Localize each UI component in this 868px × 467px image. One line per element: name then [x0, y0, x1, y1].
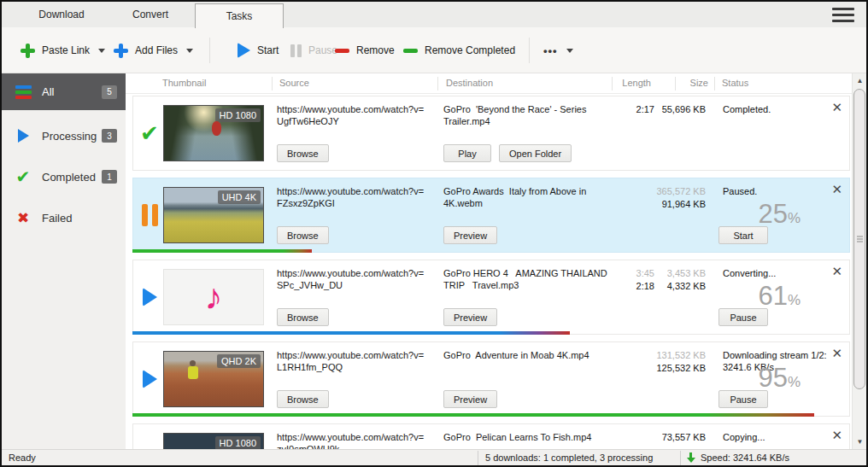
sidebar-item-all[interactable]: All 5	[2, 73, 126, 110]
pause-button[interactable]: Pause	[290, 27, 337, 73]
destination-file: GoPro Awards Italy from Above in 4K.webm	[443, 185, 621, 209]
more-options-button[interactable]: •••	[543, 27, 573, 73]
video-thumbnail: QHD 2K	[163, 351, 264, 407]
size-cell: 131,532 KB125,532 KB	[629, 349, 706, 375]
downloads-summary: 5 downloads: 1 completed, 3 processing	[485, 452, 653, 463]
progress-bar	[132, 413, 850, 417]
ellipsis-icon: •••	[543, 44, 558, 57]
remove-completed-button[interactable]: Remove Completed	[403, 27, 515, 73]
browse-button[interactable]: Browse	[277, 144, 329, 162]
chevron-down-icon[interactable]	[98, 49, 105, 53]
toolbar: Paste Link Add Files Start Pause Remove …	[2, 27, 866, 73]
scrollbar-thumb[interactable]	[853, 89, 865, 389]
quality-badge: HD 1080	[215, 108, 261, 122]
task-row[interactable]: QHD 2K https://www.youtube.com/watch?v=L…	[132, 341, 850, 417]
tab-bar: Download Convert Tasks	[2, 2, 866, 27]
progress-percent: 25%	[758, 199, 801, 230]
close-icon[interactable]: ✕	[831, 183, 842, 196]
size-cell: 55,696 KB	[629, 103, 706, 116]
task-list: Thumbnail Source Destination Length Size…	[126, 73, 866, 449]
minus-icon	[403, 49, 418, 53]
video-thumbnail: UHD 4K	[163, 187, 264, 243]
preview-button[interactable]: Preview	[443, 390, 497, 408]
pause-task-button[interactable]: Pause	[718, 390, 768, 408]
quality-badge: UHD 4K	[218, 190, 261, 204]
close-icon[interactable]: ✕	[831, 101, 842, 114]
quality-badge: HD 1080	[215, 436, 261, 449]
ready-status: Ready	[9, 452, 36, 463]
sidebar-item-failed[interactable]: ✖ Failed	[2, 203, 126, 232]
start-button[interactable]: Start	[238, 27, 279, 73]
minus-icon	[335, 49, 349, 53]
size-cell: 73,557 KB	[629, 431, 706, 444]
scroll-up-icon[interactable]: ▲	[853, 73, 867, 88]
close-icon[interactable]: ✕	[831, 265, 842, 277]
video-thumbnail: HD 1080	[163, 105, 264, 161]
music-note-icon: ♪	[205, 279, 223, 315]
task-rows: ✔ HD 1080 https://www.youtube.com/watch?…	[126, 94, 852, 449]
plus-icon	[21, 44, 35, 58]
progress-percent: 95%	[758, 363, 801, 394]
table-header: Thumbnail Source Destination Length Size…	[126, 73, 852, 94]
destination-file: GoPro Adventure in Moab 4K.mp4	[443, 349, 621, 361]
check-icon: ✔	[138, 120, 161, 147]
plus-icon	[114, 44, 128, 58]
count-badge: 3	[102, 129, 117, 143]
content-area: All 5 Processing 3 ✔ Completed 1 ✖ Faile…	[2, 73, 866, 449]
sidebar-item-completed[interactable]: ✔ Completed 1	[2, 162, 126, 191]
toolbar-separator	[529, 38, 530, 63]
size-cell: 365,572 KB91,964 KB	[629, 185, 706, 211]
check-icon: ✔	[13, 168, 33, 185]
play-state-icon	[138, 288, 161, 306]
close-icon[interactable]: ✕	[831, 347, 842, 359]
close-icon[interactable]: ✕	[831, 429, 842, 441]
quality-badge: QHD 2K	[217, 354, 261, 368]
scroll-down-icon[interactable]: ▼	[853, 435, 867, 449]
pause-state-icon	[138, 204, 161, 226]
sidebar-item-processing[interactable]: Processing 3	[2, 121, 126, 150]
chevron-down-icon	[566, 49, 573, 53]
stack-icon	[13, 85, 33, 99]
task-row[interactable]: HD 1080 https://www.youtube.com/watch?v=…	[132, 423, 850, 449]
source-url: https://www.youtube.com/watch?v=UgfTw6He…	[277, 103, 441, 127]
sidebar-item-label: Failed	[42, 212, 72, 225]
tab-download[interactable]: Download	[17, 2, 106, 27]
count-badge: 1	[102, 170, 117, 184]
browse-button[interactable]: Browse	[277, 226, 329, 244]
chevron-down-icon[interactable]	[186, 49, 193, 53]
task-row[interactable]: UHD 4K https://www.youtube.com/watch?v=F…	[132, 178, 850, 253]
column-source[interactable]: Source	[279, 78, 309, 88]
vertical-scrollbar[interactable]: ▲ ▼	[852, 73, 866, 449]
preview-button[interactable]: Preview	[443, 308, 497, 326]
column-thumbnail[interactable]: Thumbnail	[162, 78, 206, 88]
progress-percent: 61%	[758, 281, 801, 312]
task-row[interactable]: ✔ HD 1080 https://www.youtube.com/watch?…	[132, 96, 850, 171]
source-url: https://www.youtube.com/watch?v=zyI0smQW…	[277, 431, 441, 449]
browse-button[interactable]: Browse	[277, 390, 329, 408]
sidebar-item-label: Processing	[42, 130, 97, 143]
progress-bar	[132, 249, 850, 253]
play-button[interactable]: Play	[443, 144, 491, 162]
x-icon: ✖	[13, 211, 33, 225]
tab-convert[interactable]: Convert	[108, 2, 193, 27]
tab-tasks[interactable]: Tasks	[195, 3, 284, 28]
remove-button[interactable]: Remove	[335, 27, 395, 73]
pause-task-button[interactable]: Pause	[718, 308, 768, 326]
app-window: Download Convert Tasks Paste Link Add Fi…	[0, 0, 868, 467]
column-destination[interactable]: Destination	[446, 78, 493, 88]
sidebar-item-label: Completed	[42, 171, 96, 184]
menu-icon[interactable]	[832, 8, 854, 22]
task-row[interactable]: ♪ https://www.youtube.com/watch?v=SPc_JV…	[132, 260, 850, 335]
paste-link-button[interactable]: Paste Link	[21, 27, 105, 73]
preview-button[interactable]: Preview	[443, 226, 497, 244]
sidebar: All 5 Processing 3 ✔ Completed 1 ✖ Faile…	[2, 73, 126, 449]
browse-button[interactable]: Browse	[277, 308, 329, 326]
start-task-button[interactable]: Start	[718, 226, 768, 244]
speed-indicator: Speed: 3241.64 KB/s	[701, 452, 789, 463]
add-files-button[interactable]: Add Files	[114, 27, 193, 73]
source-url: https://www.youtube.com/watch?v=L1RH1fm_…	[277, 349, 441, 373]
column-size[interactable]: Size	[640, 78, 708, 88]
open-folder-button[interactable]: Open Folder	[499, 144, 572, 162]
column-status[interactable]: Status	[722, 78, 748, 88]
source-url: https://www.youtube.com/watch?v=SPc_JVHw…	[277, 267, 441, 291]
